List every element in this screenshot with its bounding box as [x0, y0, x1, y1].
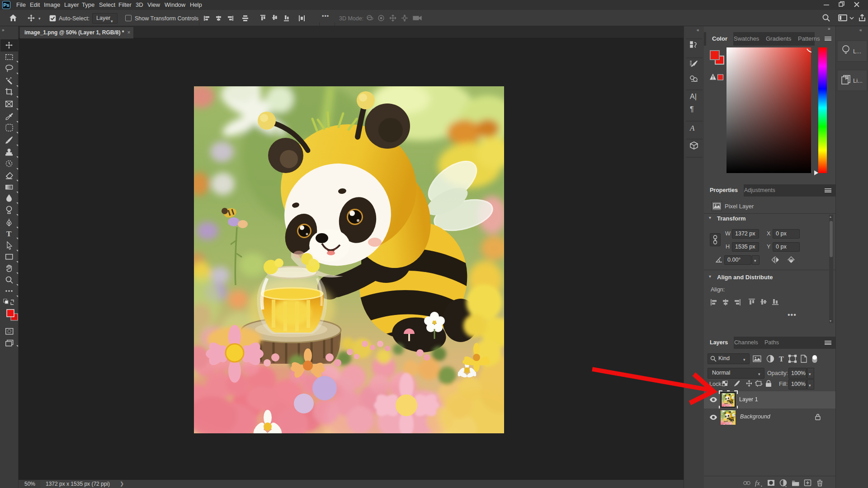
svg-text:»: »	[2, 28, 5, 33]
svg-text:T: T	[779, 355, 784, 363]
svg-text:L...: L...	[853, 48, 861, 55]
svg-text:A|: A|	[690, 93, 697, 100]
svg-text:«: «	[859, 28, 862, 33]
svg-text:«: «	[697, 28, 699, 33]
svg-text:A: A	[689, 124, 695, 132]
svg-text:T: T	[6, 230, 12, 238]
svg-text:Li...: Li...	[853, 77, 863, 84]
svg-text:¶: ¶	[690, 105, 694, 113]
svg-text:fx: fx	[755, 479, 760, 487]
